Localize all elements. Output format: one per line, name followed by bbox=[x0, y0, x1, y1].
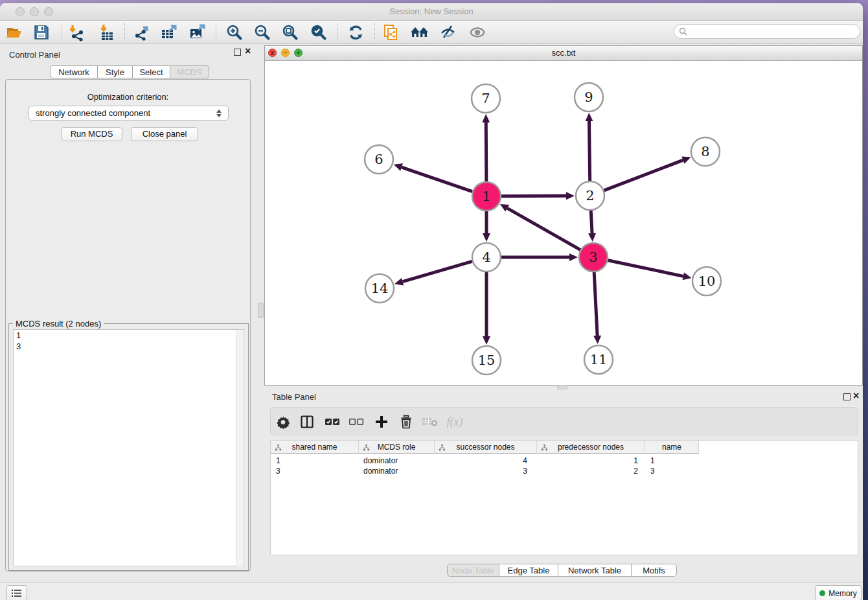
memory-button[interactable]: Memory bbox=[815, 585, 862, 600]
graph-node-10[interactable]: 10 bbox=[692, 267, 721, 295]
tab-motifs[interactable]: Motifs bbox=[631, 564, 677, 577]
graph-edge-4-15[interactable] bbox=[483, 272, 490, 345]
first-neighbors-icon[interactable] bbox=[407, 23, 432, 42]
control-panel-float-icon[interactable] bbox=[234, 49, 241, 56]
table-cell[interactable]: 1 bbox=[650, 456, 696, 466]
svg-text:11: 11 bbox=[590, 352, 608, 367]
deselect-checks-icon[interactable] bbox=[346, 412, 367, 432]
function-builder-icon[interactable]: f(x) bbox=[444, 412, 465, 432]
graph-edge-1-6[interactable] bbox=[394, 163, 473, 191]
graph-node-3[interactable]: 3 bbox=[579, 243, 608, 271]
graph-node-7[interactable]: 7 bbox=[472, 84, 500, 113]
show-all-icon[interactable] bbox=[465, 23, 490, 42]
table-cell[interactable]: dominator bbox=[363, 456, 431, 466]
close-panel-button[interactable]: Close panel bbox=[131, 127, 198, 141]
save-session-icon[interactable] bbox=[29, 23, 54, 42]
table-cell[interactable]: 1 bbox=[537, 456, 638, 466]
import-network-icon[interactable] bbox=[64, 23, 89, 42]
graph-edge-2-9[interactable] bbox=[585, 113, 593, 181]
hide-selected-icon[interactable] bbox=[436, 23, 461, 42]
column-header-name[interactable]: name bbox=[645, 441, 699, 454]
table-tabs: Node Table Edge Table Network Table Moti… bbox=[0, 564, 863, 578]
zoom-in-icon[interactable] bbox=[222, 23, 247, 42]
table-cell[interactable]: dominator bbox=[363, 466, 431, 476]
column-header-successor-nodes[interactable]: successor nodes bbox=[435, 441, 537, 454]
network-canvas[interactable]: 7968124314101511 bbox=[265, 61, 862, 385]
graph-node-4[interactable]: 4 bbox=[472, 243, 501, 271]
run-mcds-button[interactable]: Run MCDS bbox=[61, 127, 122, 141]
table-panel-close-icon[interactable]: × bbox=[853, 391, 859, 400]
graph-node-15[interactable]: 15 bbox=[472, 346, 501, 375]
refresh-view-icon[interactable] bbox=[343, 23, 368, 42]
graph-node-1[interactable]: 1 bbox=[472, 182, 501, 211]
mcds-result-item: 3 bbox=[16, 341, 244, 352]
table-cell[interactable]: 4 bbox=[435, 456, 527, 466]
tab-edge-table[interactable]: Edge Table bbox=[499, 564, 558, 577]
list-icon bbox=[12, 589, 22, 597]
mcds-result-list[interactable]: 1 3 bbox=[13, 329, 244, 566]
select-all-checks-icon[interactable] bbox=[322, 412, 343, 432]
graph-edge-1-7[interactable] bbox=[482, 114, 490, 181]
table-cell[interactable]: 3 bbox=[276, 466, 354, 476]
graph-edge-1-4[interactable] bbox=[483, 211, 490, 242]
table-cell[interactable]: 1 bbox=[276, 456, 354, 466]
export-table-icon[interactable] bbox=[157, 23, 181, 42]
graph-node-11[interactable]: 11 bbox=[584, 345, 613, 374]
graph-node-8[interactable]: 8 bbox=[691, 137, 720, 166]
graph-edge-3-1[interactable] bbox=[500, 204, 580, 250]
zoom-selected-icon[interactable] bbox=[306, 23, 331, 42]
attribute-tree-icon bbox=[275, 444, 281, 453]
criterion-select[interactable]: strongly connected component bbox=[29, 106, 229, 121]
status-bar bbox=[0, 582, 863, 600]
graph-edge-4-3[interactable] bbox=[501, 253, 578, 261]
select-stepper-icon bbox=[216, 110, 222, 117]
graph-edge-3-10[interactable] bbox=[608, 260, 692, 280]
graph-node-14[interactable]: 14 bbox=[365, 274, 394, 303]
delete-table-icon[interactable] bbox=[420, 412, 440, 432]
graph-node-2[interactable]: 2 bbox=[576, 181, 604, 210]
delete-column-icon[interactable] bbox=[396, 412, 417, 432]
graph-edge-4-14[interactable] bbox=[394, 261, 472, 285]
column-header-shared-name[interactable]: shared name bbox=[271, 441, 359, 454]
svg-text:6: 6 bbox=[374, 152, 383, 167]
result-scrollbar[interactable] bbox=[236, 330, 243, 566]
horizontal-splitter-handle[interactable] bbox=[557, 385, 567, 389]
task-history-button[interactable] bbox=[6, 585, 27, 600]
network-window-titlebar[interactable]: x – + scc.txt bbox=[265, 46, 862, 61]
search-input[interactable] bbox=[690, 27, 860, 37]
table-cell[interactable]: 3 bbox=[650, 466, 696, 476]
vertical-splitter-handle[interactable] bbox=[258, 303, 264, 318]
toolbar-separator bbox=[216, 23, 216, 40]
zoom-fit-icon[interactable] bbox=[278, 23, 303, 42]
add-column-icon[interactable] bbox=[371, 412, 392, 432]
open-file-icon[interactable] bbox=[2, 23, 27, 42]
tab-mcds[interactable]: MCDS bbox=[170, 65, 209, 78]
settings-gear-icon[interactable] bbox=[273, 412, 293, 432]
graph-edge-2-8[interactable] bbox=[604, 157, 691, 190]
column-header-mcds-role[interactable]: MCDS role bbox=[359, 441, 435, 454]
graph-edge-3-11[interactable] bbox=[593, 272, 601, 344]
graph-edge-2-3[interactable] bbox=[588, 211, 596, 242]
table-cell[interactable]: 3 bbox=[435, 466, 527, 476]
split-view-icon[interactable] bbox=[297, 412, 317, 432]
table-cell[interactable]: 2 bbox=[537, 466, 638, 476]
svg-text:4: 4 bbox=[482, 249, 490, 265]
tab-style[interactable]: Style bbox=[97, 65, 133, 78]
graph-edge-1-2[interactable] bbox=[501, 192, 575, 200]
clone-network-icon[interactable] bbox=[379, 23, 404, 42]
zoom-out-icon[interactable] bbox=[250, 23, 275, 42]
column-header-predecessor-nodes[interactable]: predecessor nodes bbox=[537, 441, 645, 454]
import-table-icon[interactable] bbox=[95, 23, 119, 42]
control-panel-close-icon[interactable]: × bbox=[245, 47, 251, 56]
tab-node-table[interactable]: Node Table bbox=[447, 564, 499, 577]
export-image-icon[interactable] bbox=[185, 23, 210, 42]
search-field[interactable] bbox=[674, 24, 860, 39]
graph-node-6[interactable]: 6 bbox=[365, 145, 393, 174]
tab-select[interactable]: Select bbox=[132, 65, 170, 78]
title-bar: Session: New Session bbox=[0, 3, 863, 21]
graph-node-9[interactable]: 9 bbox=[575, 83, 603, 111]
table-panel-float-icon[interactable] bbox=[843, 393, 851, 400]
tab-network-table[interactable]: Network Table bbox=[558, 564, 632, 577]
export-network-icon[interactable] bbox=[129, 23, 154, 42]
tab-network[interactable]: Network bbox=[50, 65, 98, 78]
